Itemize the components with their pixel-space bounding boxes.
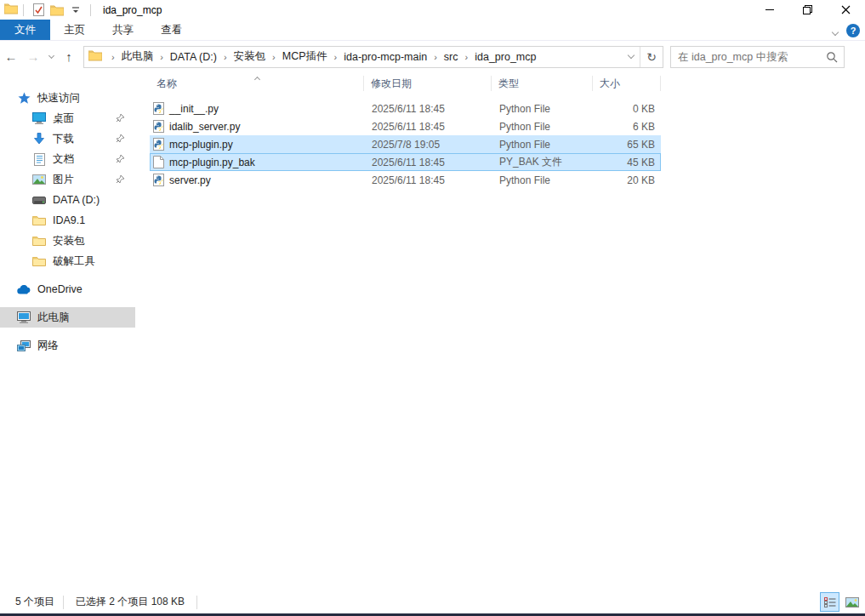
sidebar-item-install-pkg-folder[interactable]: 安装包 xyxy=(0,231,135,251)
window-title: ida_pro_mcp xyxy=(103,4,162,16)
close-button[interactable] xyxy=(827,0,865,20)
chevron-right-icon: › xyxy=(330,52,342,62)
breadcrumb-ida-pro-mcp-main[interactable]: ida-pro-mcp-main xyxy=(341,51,430,63)
python-file-icon xyxy=(153,138,164,151)
sidebar-item-label: DATA (D:) xyxy=(53,194,100,206)
file-name: __init__.py xyxy=(169,103,219,115)
folder-icon xyxy=(31,236,47,247)
file-date: 2025/6/11 18:45 xyxy=(365,121,492,133)
file-size: 0 KB xyxy=(594,103,660,115)
sidebar-item-ida91-folder[interactable]: IDA9.1 xyxy=(0,210,135,231)
column-header-type[interactable]: 类型 xyxy=(492,76,593,91)
sidebar-item-network[interactable]: 网络 xyxy=(0,335,135,356)
breadcrumb-mcp-plugin[interactable]: MCP插件 xyxy=(280,49,330,64)
tab-file[interactable]: 文件 xyxy=(0,20,50,40)
divider xyxy=(23,4,24,16)
sidebar-item-onedrive[interactable]: OneDrive xyxy=(0,279,135,299)
file-row[interactable]: mcp-plugin.py 2025/7/8 19:05 Python File… xyxy=(150,135,661,153)
file-size: 65 KB xyxy=(594,139,660,151)
search-icon[interactable] xyxy=(826,51,838,66)
breadcrumb-install-pkg[interactable]: 安装包 xyxy=(231,49,269,64)
address-folder-icon xyxy=(88,49,102,65)
sidebar-item-desktop[interactable]: 桌面 xyxy=(0,108,135,128)
chevron-right-icon: › xyxy=(461,52,473,62)
python-file-icon xyxy=(153,120,164,133)
file-date: 2025/6/11 18:45 xyxy=(365,157,492,168)
sidebar-item-label: 此电脑 xyxy=(37,311,70,325)
document-icon xyxy=(31,153,47,166)
breadcrumb-ida-pro-mcp[interactable]: ida_pro_mcp xyxy=(472,51,538,63)
sidebar-item-documents[interactable]: 文档 xyxy=(0,149,135,169)
pictures-icon xyxy=(31,174,47,185)
tab-share[interactable]: 共享 xyxy=(99,20,147,40)
search-box[interactable] xyxy=(670,46,845,68)
up-button[interactable]: ↑ xyxy=(58,46,80,68)
details-view-button[interactable] xyxy=(820,592,839,612)
address-dropdown-icon[interactable] xyxy=(623,47,640,67)
file-row[interactable]: server.py 2025/6/11 18:45 Python File 20… xyxy=(150,171,661,189)
customize-toolbar-dropdown-icon[interactable] xyxy=(66,2,85,19)
generic-file-icon xyxy=(153,156,164,168)
chevron-right-icon: › xyxy=(430,52,441,62)
properties-quick-icon[interactable] xyxy=(29,2,48,19)
drive-icon xyxy=(31,197,47,204)
large-icons-view-button[interactable] xyxy=(842,592,862,612)
file-row[interactable]: __init__.py 2025/6/11 18:45 Python File … xyxy=(150,100,661,117)
address-bar[interactable]: › 此电脑 › DATA (D:) › 安装包 › MCP插件 › ida-pr… xyxy=(83,46,663,68)
sidebar-item-crack-tools-folder[interactable]: 破解工具 xyxy=(0,251,135,271)
recent-locations-dropdown-icon[interactable] xyxy=(44,46,58,68)
sidebar-item-label: 破解工具 xyxy=(53,254,95,269)
refresh-icon[interactable]: ↻ xyxy=(640,47,663,67)
pin-icon xyxy=(116,134,125,145)
breadcrumb-data-d[interactable]: DATA (D:) xyxy=(168,51,219,63)
tab-view[interactable]: 查看 xyxy=(147,20,196,40)
download-arrow-icon xyxy=(31,133,47,145)
python-file-icon xyxy=(153,102,164,115)
sidebar-item-this-pc[interactable]: 此电脑 xyxy=(0,307,135,328)
sidebar-item-quick-access[interactable]: 快速访问 xyxy=(0,88,135,108)
file-type: Python File xyxy=(492,121,594,133)
file-name: mcp-plugin.py_bak xyxy=(169,157,255,168)
help-button[interactable]: ? xyxy=(846,24,860,37)
file-size: 20 KB xyxy=(594,174,660,186)
column-header-date-modified[interactable]: 修改日期 xyxy=(364,76,492,91)
file-name: idalib_server.py xyxy=(169,121,240,133)
sidebar-item-downloads[interactable]: 下载 xyxy=(0,128,135,149)
folder-icon xyxy=(31,256,47,267)
collapse-ribbon-icon[interactable] xyxy=(833,23,838,38)
network-icon xyxy=(16,340,31,351)
sidebar-item-label: OneDrive xyxy=(37,283,83,295)
file-row[interactable]: mcp-plugin.py_bak 2025/6/11 18:45 PY_BAK… xyxy=(150,153,661,171)
breadcrumb-this-pc[interactable]: 此电脑 xyxy=(119,49,156,64)
file-name: server.py xyxy=(169,174,211,186)
search-input[interactable] xyxy=(671,51,820,63)
chevron-right-icon: › xyxy=(156,52,168,62)
sidebar-item-label: 下载 xyxy=(53,132,74,146)
python-file-icon xyxy=(153,174,164,186)
file-type: Python File xyxy=(492,103,594,115)
onedrive-cloud-icon xyxy=(16,285,31,294)
navigation-bar: ← → ↑ › 此电脑 › DATA (D:) › 安装包 › MCP插件 › … xyxy=(0,42,865,71)
file-size: 45 KB xyxy=(594,157,660,168)
back-button[interactable]: ← xyxy=(0,46,22,68)
sidebar-item-pictures[interactable]: 图片 xyxy=(0,169,135,190)
new-folder-quick-icon[interactable] xyxy=(48,2,66,19)
pin-icon xyxy=(116,113,125,125)
file-type: Python File xyxy=(492,174,594,186)
file-row[interactable]: idalib_server.py 2025/6/11 18:45 Python … xyxy=(150,117,661,135)
file-type: PY_BAK 文件 xyxy=(492,155,594,169)
file-list-pane: 名称 修改日期 类型 大小 __init__.py 2025/6/11 18:4… xyxy=(135,72,865,590)
restore-button[interactable] xyxy=(788,0,827,20)
forward-button[interactable]: → xyxy=(22,46,44,68)
breadcrumb-src[interactable]: src xyxy=(441,51,461,63)
quick-access-star-icon xyxy=(16,92,31,105)
sidebar-item-label: 文档 xyxy=(53,152,74,167)
column-header-row: 名称 修改日期 类型 大小 xyxy=(150,72,661,94)
column-header-size[interactable]: 大小 xyxy=(593,76,661,91)
tab-home[interactable]: 主页 xyxy=(50,20,99,40)
minimize-button[interactable] xyxy=(750,0,788,20)
file-date: 2025/7/8 19:05 xyxy=(365,139,492,151)
sidebar-item-data-drive[interactable]: DATA (D:) xyxy=(0,190,135,210)
sidebar-item-label: 桌面 xyxy=(53,111,74,126)
file-type: Python File xyxy=(492,139,594,151)
